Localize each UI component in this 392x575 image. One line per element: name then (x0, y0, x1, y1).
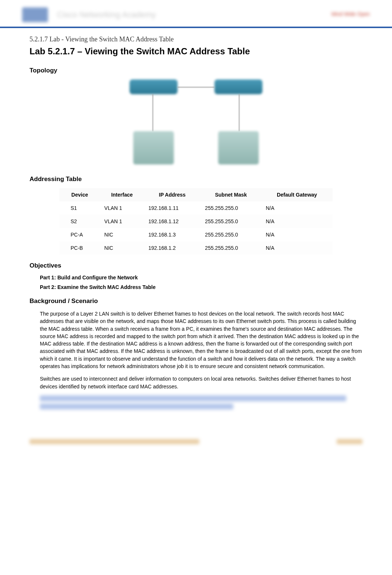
cell-interface: NIC (100, 228, 144, 241)
section-topology-heading: Topology (30, 67, 362, 74)
topology-diagram (30, 79, 362, 166)
background-para2: Switches are used to interconnect and de… (40, 375, 362, 390)
document-content: 5.2.1.7 Lab - Viewing the Switch MAC Add… (0, 28, 392, 409)
th-default-gateway: Default Gateway (261, 188, 333, 201)
cell-device: PC-B (59, 241, 100, 255)
link-line (152, 94, 153, 131)
cell-device: PC-A (59, 228, 100, 241)
switch-s2-icon (214, 79, 262, 94)
document-footer (0, 439, 392, 444)
cell-mask: 255.255.255.0 (200, 201, 261, 215)
pc-a-icon (133, 131, 174, 164)
table-row: PC-A NIC 192.168.1.3 255.255.255.0 N/A (59, 228, 333, 241)
cell-device: S2 (59, 215, 100, 228)
table-header-row: Device Interface IP Address Subnet Mask … (59, 188, 333, 201)
background-text: The purpose of a Layer 2 LAN switch is t… (40, 310, 362, 390)
table-row: PC-B NIC 192.168.1.2 255.255.255.0 N/A (59, 241, 333, 255)
cell-gateway: N/A (261, 215, 333, 228)
document-header: Cisco Networking Academy Mind Wide Open (0, 0, 392, 28)
objectives-list: Part 1: Build and Configure the Network … (40, 275, 362, 290)
switch-s1-icon (130, 79, 178, 94)
table-row: S2 VLAN 1 192.168.1.12 255.255.255.0 N/A (59, 215, 333, 228)
objective-part2: Part 2: Examine the Switch MAC Address T… (40, 284, 362, 290)
cell-ip: 192.168.1.11 (144, 201, 200, 215)
section-background-heading: Background / Scenario (30, 297, 362, 305)
cell-device: S1 (59, 201, 100, 215)
section-objectives-heading: Objectives (30, 262, 362, 269)
cell-gateway: N/A (261, 241, 333, 255)
academy-title: Cisco Networking Academy (57, 10, 156, 20)
addressing-table: Device Interface IP Address Subnet Mask … (59, 188, 333, 255)
cell-ip: 192.168.1.2 (144, 241, 200, 255)
cell-mask: 255.255.255.0 (200, 228, 261, 241)
cell-ip: 192.168.1.3 (144, 228, 200, 241)
objective-part1: Part 1: Build and Configure the Network (40, 275, 362, 280)
section-addressing-heading: Addressing Table (30, 176, 362, 183)
link-line (239, 94, 240, 131)
cell-interface: VLAN 1 (100, 201, 144, 215)
cell-interface: NIC (100, 241, 144, 255)
cell-gateway: N/A (261, 201, 333, 215)
blurred-line (40, 395, 346, 401)
th-subnet-mask: Subnet Mask (200, 188, 261, 201)
header-right-text: Mind Wide Open (331, 11, 370, 17)
table-row: S1 VLAN 1 192.168.1.11 255.255.255.0 N/A (59, 201, 333, 215)
cisco-logo (22, 7, 48, 22)
pc-b-icon (218, 131, 259, 164)
footer-copyright (30, 439, 199, 444)
background-para1: The purpose of a Layer 2 LAN switch is t… (40, 310, 362, 370)
th-ip-address: IP Address (144, 188, 200, 201)
blurred-line (40, 404, 233, 409)
cell-ip: 192.168.1.12 (144, 215, 200, 228)
page-title: Lab 5.2.1.7 – Viewing the Switch MAC Add… (30, 46, 362, 57)
cell-gateway: N/A (261, 228, 333, 241)
footer-page-number (337, 439, 362, 444)
cell-mask: 255.255.255.0 (200, 215, 261, 228)
blurred-content (40, 395, 362, 409)
cell-interface: VLAN 1 (100, 215, 144, 228)
link-line (178, 87, 214, 88)
th-interface: Interface (100, 188, 144, 201)
th-device: Device (59, 188, 100, 201)
breadcrumb: 5.2.1.7 Lab - Viewing the Switch MAC Add… (30, 35, 362, 43)
cell-mask: 255.255.255.0 (200, 241, 261, 255)
